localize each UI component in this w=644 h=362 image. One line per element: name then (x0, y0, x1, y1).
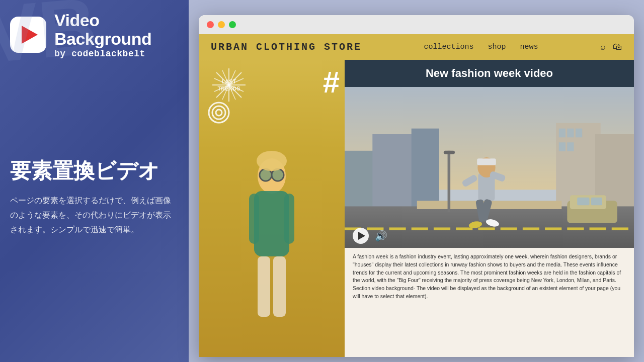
svg-rect-14 (284, 194, 294, 244)
video-controls: 🔊 (353, 228, 387, 244)
svg-point-9 (212, 106, 225, 119)
spiral-symbol (206, 100, 231, 131)
svg-rect-63 (577, 198, 589, 205)
svg-rect-13 (249, 194, 259, 244)
video-title: New fashion week video (355, 67, 624, 80)
svg-rect-44 (523, 227, 539, 230)
play-button[interactable] (353, 228, 369, 244)
svg-rect-38 (389, 227, 406, 230)
svg-rect-42 (478, 227, 495, 230)
feature-heading: 要素置換ビデオ (10, 158, 179, 184)
video-description: A fashion week is a fashion industry eve… (345, 248, 634, 306)
app-subtitle: by codeblackbelt (54, 49, 179, 59)
street-scene-svg (345, 87, 634, 248)
fashion-model: LAST TRENDS # (199, 60, 345, 357)
starburst: LAST TRENDS (211, 67, 247, 103)
svg-rect-59 (448, 151, 451, 212)
svg-rect-16 (273, 256, 286, 317)
svg-rect-60 (444, 151, 455, 154)
svg-rect-12 (254, 191, 289, 256)
svg-rect-15 (258, 256, 270, 317)
svg-point-22 (257, 151, 287, 171)
video-thumbnail[interactable]: 🔊 (345, 87, 634, 248)
left-panel: VB Video Background by codeblackbelt 要素置… (0, 0, 189, 362)
browser-window: URBAN CLOTHING STORE collections shop ne… (199, 15, 634, 357)
last-trends-label: LAST TRENDS (217, 78, 240, 93)
browser-minimize-button[interactable] (218, 21, 225, 28)
svg-point-21 (272, 169, 283, 180)
nav-links: collections shop news (424, 43, 538, 51)
app-title: Video Background (54, 11, 179, 49)
nav-icons: ⌕ 🛍 (600, 42, 622, 52)
model-svg (221, 146, 322, 357)
play-icon (22, 26, 38, 44)
fashion-content: LAST TRENDS # (199, 60, 345, 357)
nav-news[interactable]: news (520, 43, 538, 51)
svg-point-20 (260, 169, 271, 180)
feature-description: ページの要素を選択するだけで、例えば画像のような要素を、その代わりにビデオが表示… (10, 194, 179, 237)
svg-rect-33 (559, 142, 566, 151)
svg-rect-40 (434, 227, 450, 230)
website-content: URBAN CLOTHING STORE collections shop ne… (199, 34, 634, 357)
feature-section: 要素置換ビデオ ページの要素を選択するだけで、例えば画像のような要素を、その代わ… (0, 68, 189, 237)
site-logo: URBAN CLOTHING STORE (211, 41, 362, 53)
nav-collections[interactable]: collections (424, 43, 473, 51)
site-main: LAST TRENDS # (199, 60, 634, 357)
video-title-bar: New fashion week video (345, 60, 634, 87)
browser-close-button[interactable] (207, 21, 214, 28)
nav-shop[interactable]: shop (488, 43, 506, 51)
cart-icon[interactable]: 🛍 (613, 42, 622, 52)
right-panel: URBAN CLOTHING STORE collections shop ne… (189, 0, 644, 362)
hash-symbol: # (323, 65, 340, 100)
svg-rect-34 (567, 142, 574, 151)
svg-point-10 (216, 110, 222, 116)
spiral-icon (206, 100, 231, 125)
svg-rect-32 (576, 129, 582, 138)
svg-rect-46 (567, 227, 584, 230)
search-icon[interactable]: ⌕ (600, 42, 606, 52)
site-nav: URBAN CLOTHING STORE collections shop ne… (199, 34, 634, 60)
svg-rect-45 (545, 227, 561, 230)
svg-rect-48 (612, 227, 628, 230)
svg-rect-43 (501, 227, 517, 230)
svg-rect-31 (567, 129, 574, 138)
svg-rect-41 (456, 227, 472, 230)
video-desc-text: A fashion week is a fashion industry eve… (353, 253, 626, 301)
browser-chrome (199, 15, 634, 34)
app-title-area: Video Background by codeblackbelt (54, 11, 179, 59)
video-section: New fashion week video (345, 60, 634, 357)
svg-rect-39 (412, 227, 428, 230)
app-logo (10, 17, 46, 53)
svg-rect-47 (590, 227, 606, 230)
svg-rect-64 (591, 198, 602, 205)
svg-rect-52 (477, 158, 496, 165)
app-header: Video Background by codeblackbelt (0, 0, 189, 68)
play-icon (358, 232, 365, 240)
volume-icon[interactable]: 🔊 (375, 230, 387, 242)
svg-rect-30 (559, 129, 566, 138)
browser-maximize-button[interactable] (229, 21, 236, 28)
